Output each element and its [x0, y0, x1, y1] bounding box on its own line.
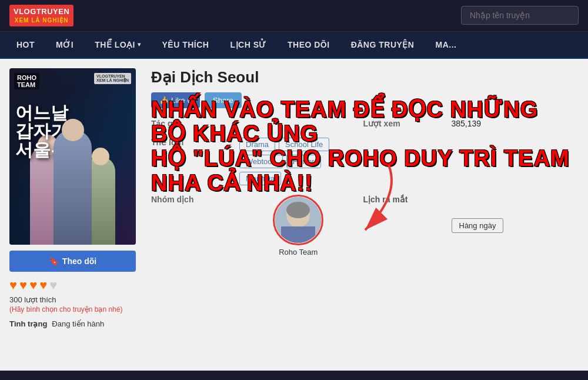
group-avatar-container: Roho Team: [239, 195, 358, 256]
heart-1[interactable]: ♥: [9, 278, 17, 293]
group-section: Roho Team: [239, 195, 358, 256]
group-name: Roho Team: [279, 248, 318, 256]
cover-team-label: ROHO TEAM: [14, 73, 39, 89]
info-table: Tác giả Lượt xem 385,139 Thể loại Drama …: [151, 119, 569, 256]
action-buttons: 👍 Like 0 Share: [151, 92, 569, 108]
genre-horror[interactable]: Horror: [286, 155, 321, 168]
heart-2[interactable]: ♥: [19, 278, 27, 293]
heart-3[interactable]: ♥: [29, 278, 37, 293]
genre-webtoon[interactable]: Webtoon: [239, 155, 283, 168]
main-content: ROHO TEAM VLOGTRUYENXEM LÀ NGHIỆN 어느날갑자기…: [0, 59, 588, 371]
chevron-down-icon: ▾: [138, 41, 141, 48]
likes-prompt[interactable]: (Hãy bình chọn cho truyện bạn nhé): [9, 305, 142, 314]
cover-site-label: VLOGTRUYENXEM LÀ NGHIỆN: [94, 73, 131, 84]
group-avatar: [275, 197, 321, 243]
bookmark-icon: 🔖: [49, 256, 59, 266]
group-label: Nhóm dịch: [151, 195, 233, 256]
logo-line1: VLOGTRUYEN: [14, 7, 69, 16]
search-input[interactable]: [461, 6, 579, 25]
avatar-svg: [275, 197, 321, 243]
views-label: Lượt xem: [363, 119, 446, 128]
left-panel: ROHO TEAM VLOGTRUYENXEM LÀ NGHIỆN 어느날갑자기…: [9, 68, 142, 361]
views-value: 385,139: [452, 119, 570, 128]
nav-item-theloai[interactable]: THỂ LOẠI ▾: [84, 32, 151, 58]
svg-rect-3: [281, 226, 315, 243]
author-value: [239, 119, 358, 128]
follow-button[interactable]: 🔖 Theo dõi: [9, 251, 136, 272]
follow-label: Theo dõi: [62, 256, 96, 266]
schedule-row: Hàng ngày: [452, 195, 570, 256]
likes-count: 300 lượt thích: [9, 295, 142, 304]
genre-drama[interactable]: Drama: [239, 138, 275, 151]
manga-cover: ROHO TEAM VLOGTRUYENXEM LÀ NGHIỆN 어느날갑자기…: [9, 68, 136, 245]
nav-item-theodoi[interactable]: THEO DÕI: [277, 32, 340, 58]
nav-item-hot[interactable]: HOT: [6, 32, 45, 58]
nav-item-moi[interactable]: MỚI: [45, 32, 84, 58]
nav-item-lichsu[interactable]: LỊCH SỬ: [219, 32, 277, 58]
thumbs-up-icon: 👍: [159, 96, 169, 105]
logo-line2: XEM LÀ NGHIỆN: [14, 17, 69, 24]
genre-manhwa[interactable]: Manhwa: [239, 172, 281, 185]
share-button[interactable]: Share: [205, 92, 242, 108]
logo-area[interactable]: VLOGTRUYEN XEM LÀ NGHIỆN: [9, 5, 74, 26]
svg-point-2: [286, 202, 310, 218]
like-button[interactable]: 👍 Like 0: [151, 92, 200, 108]
group-avatar-link[interactable]: [273, 195, 323, 245]
right-panel: Đại Dịch Seoul 👍 Like 0 Share NHẤN VÀO T…: [142, 68, 579, 361]
nav-item-yeuthich[interactable]: YÊU THÍCH: [152, 32, 220, 58]
hearts-row: ♥ ♥ ♥ ♥ ♥: [9, 278, 142, 293]
genre-label: Thể loại: [151, 138, 233, 185]
nav-bar: HOT MỚI THỂ LOẠI ▾ YÊU THÍCH LỊCH SỬ THE…: [0, 32, 588, 59]
author-label: Tác giả: [151, 119, 233, 128]
status-value: Đang tiến hành: [52, 319, 104, 328]
logo-box: VLOGTRUYEN XEM LÀ NGHIỆN: [9, 5, 74, 26]
heart-4[interactable]: ♥: [39, 278, 47, 293]
manga-title: Đại Dịch Seoul: [151, 68, 569, 86]
header: VLOGTRUYEN XEM LÀ NGHIỆN: [0, 0, 588, 32]
heart-5-empty[interactable]: ♥: [49, 278, 57, 293]
status-label: Tình trạng: [9, 319, 47, 328]
nav-item-more[interactable]: MA...: [425, 32, 467, 58]
schedule-value: Hàng ngày: [452, 218, 504, 233]
nav-item-dangtuyen[interactable]: ĐĂNG TRUYỆN: [340, 32, 425, 58]
status-row: Tình trạng Đang tiến hành: [9, 319, 142, 328]
genre-tags: Drama School Life Webtoon Horror Manhwa: [239, 138, 358, 185]
genre-school[interactable]: School Life: [279, 138, 329, 151]
schedule-label: Lịch ra mắt: [363, 195, 446, 256]
